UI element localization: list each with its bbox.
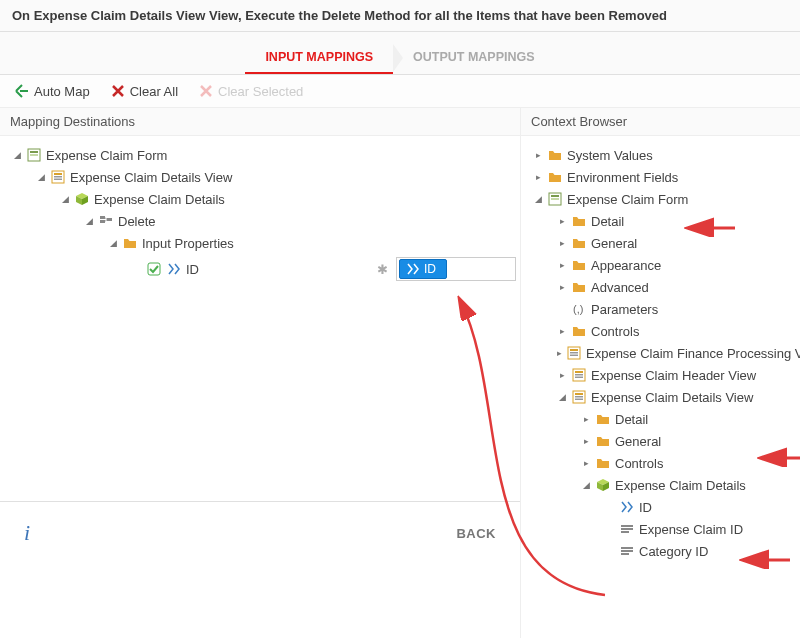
expander-icon[interactable]: ▸	[533, 172, 543, 182]
chip-label: ID	[424, 262, 436, 276]
expander-icon[interactable]: ▸	[557, 326, 567, 336]
tree-node-general[interactable]: ▸ General	[525, 232, 796, 254]
tree-node-header-view[interactable]: ▸ Expense Claim Header View	[525, 364, 796, 386]
mapping-drop-zone[interactable]: ID	[396, 257, 516, 281]
expander-icon[interactable]: ◢	[533, 194, 543, 204]
expander-icon[interactable]: ◢	[12, 150, 22, 160]
expander-icon[interactable]: ▸	[581, 436, 591, 446]
field-icon	[166, 261, 182, 277]
tree-node-ecd[interactable]: ◢ Expense Claim Details	[525, 474, 796, 496]
tree-node-id-field[interactable]: ▸ ID ✱ ID	[4, 254, 516, 284]
expander-icon[interactable]: ▸	[557, 260, 567, 270]
svg-rect-30	[621, 531, 629, 533]
svg-rect-32	[621, 550, 633, 552]
tree-node-controls2[interactable]: ▸ Controls	[525, 452, 796, 474]
folder-icon	[571, 235, 587, 251]
folder-icon	[547, 147, 563, 163]
svg-rect-28	[621, 525, 633, 527]
expander-icon[interactable]: ◢	[581, 480, 591, 490]
node-label: Expense Claim ID	[639, 522, 743, 537]
expander-icon[interactable]: ▸	[557, 282, 567, 292]
svg-rect-18	[570, 352, 578, 354]
clear-selected-button: Clear Selected	[192, 81, 309, 101]
expander-icon[interactable]: ◢	[36, 172, 46, 182]
expander-icon[interactable]: ◢	[108, 238, 118, 248]
mapped-chip-id[interactable]: ID	[399, 259, 447, 279]
tree-node-general2[interactable]: ▸ General	[525, 430, 796, 452]
cube-icon	[74, 191, 90, 207]
tree-node-input-props[interactable]: ◢ Input Properties	[4, 232, 516, 254]
expander-icon[interactable]: ▸	[581, 458, 591, 468]
node-label: Expense Claim Form	[46, 148, 167, 163]
expander-icon[interactable]: ▸	[533, 150, 543, 160]
svg-rect-23	[575, 377, 583, 379]
tree-node-form[interactable]: ◢ Expense Claim Form	[525, 188, 796, 210]
required-star: ✱	[377, 262, 388, 277]
tree-node-form[interactable]: ◢ Expense Claim Form	[4, 144, 516, 166]
auto-map-button[interactable]: Auto Map	[8, 81, 96, 101]
tab-input-mappings[interactable]: INPUT MAPPINGS	[245, 44, 393, 74]
svg-rect-4	[54, 173, 62, 175]
tree-node-method[interactable]: ◢ Delete	[4, 210, 516, 232]
tree-node-smartobject[interactable]: ◢ Expense Claim Details	[4, 188, 516, 210]
tree-node-parameters[interactable]: ▸ (,) Parameters	[525, 298, 796, 320]
tree-node-details-view[interactable]: ◢ Expense Claim Details View	[525, 386, 796, 408]
svg-rect-14	[551, 198, 559, 200]
tree-node-env-fields[interactable]: ▸ Environment Fields	[525, 166, 796, 188]
info-icon[interactable]: i	[24, 520, 30, 546]
tree-node-detail[interactable]: ▸ Detail	[525, 210, 796, 232]
folder-icon	[571, 279, 587, 295]
tree-node-ecid[interactable]: ▸ Expense Claim ID	[525, 518, 796, 540]
folder-icon	[571, 213, 587, 229]
node-label: Expense Claim Finance Processing Vi	[586, 346, 800, 361]
svg-rect-1	[30, 151, 38, 153]
auto-map-label: Auto Map	[34, 84, 90, 99]
node-label: Expense Claim Form	[567, 192, 688, 207]
svg-rect-27	[575, 399, 583, 401]
expander-icon[interactable]: ◢	[84, 216, 94, 226]
tabs-row: INPUT MAPPINGS OUTPUT MAPPINGS	[0, 32, 800, 75]
expander-icon[interactable]: ▸	[581, 414, 591, 424]
expander-icon[interactable]: ▸	[557, 370, 567, 380]
back-button[interactable]: BACK	[456, 526, 496, 541]
tree-node-system-values[interactable]: ▸ System Values	[525, 144, 796, 166]
clear-selected-label: Clear Selected	[218, 84, 303, 99]
cube-icon	[595, 477, 611, 493]
field-icon	[619, 499, 635, 515]
tree-node-id[interactable]: ▸ ID	[525, 496, 796, 518]
node-label: Delete	[118, 214, 156, 229]
tree-node-catid[interactable]: ▸ Category ID	[525, 540, 796, 562]
text-field-icon	[619, 521, 635, 537]
tab-output-mappings[interactable]: OUTPUT MAPPINGS	[393, 44, 555, 74]
text-field-icon	[619, 543, 635, 559]
node-label: Category ID	[639, 544, 708, 559]
tree-node-controls[interactable]: ▸ Controls	[525, 320, 796, 342]
svg-rect-6	[54, 179, 62, 181]
tree-node-advanced[interactable]: ▸ Advanced	[525, 276, 796, 298]
check-icon	[146, 261, 162, 277]
expander-icon[interactable]: ▸	[557, 216, 567, 226]
svg-rect-7	[100, 216, 105, 219]
node-label: Advanced	[591, 280, 649, 295]
expander-icon[interactable]: ▸	[557, 238, 567, 248]
expander-icon[interactable]: ◢	[557, 392, 567, 402]
footer-bar: i BACK	[0, 501, 520, 564]
folder-icon	[122, 235, 138, 251]
tree-node-detail2[interactable]: ▸ Detail	[525, 408, 796, 430]
toolbar: Auto Map Clear All Clear Selected	[0, 75, 800, 108]
context-browser-tree: ▸ System Values ▸ Environment Fields ◢ E…	[521, 136, 800, 638]
svg-rect-17	[570, 349, 578, 351]
svg-text:(,): (,)	[573, 303, 583, 315]
tree-node-finance-view[interactable]: ▸ Expense Claim Finance Processing Vi	[525, 342, 796, 364]
node-label: Detail	[591, 214, 624, 229]
clear-all-button[interactable]: Clear All	[104, 81, 184, 101]
tree-node-view[interactable]: ◢ Expense Claim Details View	[4, 166, 516, 188]
svg-rect-8	[100, 220, 105, 223]
node-label: General	[591, 236, 637, 251]
expander-icon[interactable]: ▸	[557, 348, 562, 358]
context-browser-pane: Context Browser ▸ System Values ▸ Enviro…	[520, 108, 800, 638]
svg-rect-22	[575, 374, 583, 376]
expander-icon[interactable]: ◢	[60, 194, 70, 204]
tree-node-appearance[interactable]: ▸ Appearance	[525, 254, 796, 276]
header-bar: On Expense Claim Details View View, Exec…	[0, 0, 800, 32]
